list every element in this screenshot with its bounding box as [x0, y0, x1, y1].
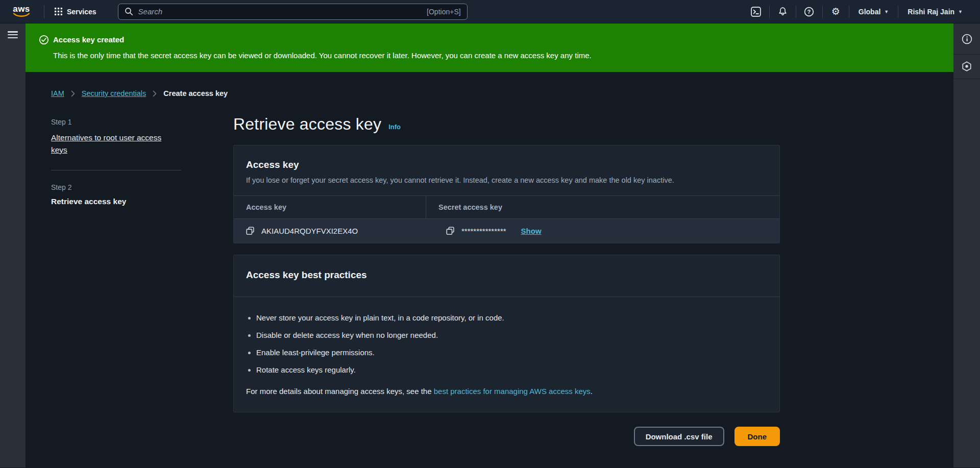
- app-shell: Access key created This is the only time…: [0, 23, 980, 467]
- steps-divider: [51, 170, 181, 170]
- copy-access-key-button[interactable]: [246, 227, 255, 235]
- access-key-card: Access key If you lose or forget your se…: [233, 145, 780, 243]
- user-name: Rishi Raj Jain: [908, 8, 954, 16]
- step2-label: Step 2: [51, 183, 181, 191]
- right-rail: [953, 23, 980, 467]
- hamburger-icon: [8, 31, 18, 33]
- breadcrumb-iam-link[interactable]: IAM: [51, 89, 64, 97]
- account-menu[interactable]: Rishi Raj Jain ▼: [898, 0, 972, 23]
- best-practices-link[interactable]: best practices for managing AWS access k…: [434, 387, 591, 396]
- done-button[interactable]: Done: [734, 427, 780, 446]
- secret-key-masked: ***************: [461, 227, 506, 235]
- best-practice-item: Never store your access key in plain tex…: [256, 312, 779, 324]
- best-practice-item: Disable or delete access key when no lon…: [256, 330, 779, 341]
- search-shortcut-hint: [Option+S]: [427, 8, 461, 16]
- services-label: Services: [67, 8, 96, 16]
- step1-link[interactable]: Alternatives to root user access keys: [51, 132, 167, 156]
- notifications-button[interactable]: [770, 0, 796, 23]
- best-practices-footer: For more details about managing access k…: [234, 382, 779, 412]
- access-key-value: AKIAUD4RQDYFVXI2EX4O: [261, 227, 358, 235]
- chevron-down-icon: ▼: [884, 9, 889, 14]
- steps-sidebar: Step 1 Alternatives to root user access …: [51, 118, 181, 446]
- chevron-down-icon: ▼: [958, 9, 963, 14]
- help-button[interactable]: ?: [796, 0, 822, 23]
- best-practices-card: Access key best practices Never store yo…: [233, 255, 780, 412]
- chevron-right-icon: [71, 90, 75, 97]
- copy-secret-key-button[interactable]: [446, 227, 455, 235]
- question-circle-icon: ?: [804, 7, 814, 17]
- region-selector[interactable]: Global ▼: [849, 0, 898, 23]
- left-rail: [0, 23, 26, 467]
- best-practices-list: Never store your access key in plain tex…: [234, 312, 779, 376]
- access-key-card-title: Access key: [246, 159, 767, 170]
- aws-logo-text: aws: [13, 6, 30, 13]
- breadcrumb-current: Create access key: [163, 89, 228, 97]
- gear-icon: ⚙: [831, 7, 840, 16]
- chevron-right-icon: [153, 90, 157, 97]
- access-key-table-header: Access key Secret access key: [234, 195, 779, 218]
- hexagon-q-icon: [962, 61, 972, 72]
- card-divider: Never store your access key in plain tex…: [234, 297, 779, 412]
- global-search[interactable]: [Option+S]: [118, 4, 468, 20]
- center-area: Access key created This is the only time…: [26, 23, 953, 467]
- hamburger-menu-button[interactable]: [8, 31, 18, 40]
- banner-title: Access key created: [53, 34, 592, 45]
- search-input[interactable]: [138, 7, 422, 16]
- breadcrumb: IAM Security credentials Create access k…: [51, 89, 953, 97]
- hexagon-panel-button[interactable]: [953, 55, 980, 79]
- svg-text:?: ?: [807, 9, 811, 15]
- success-banner: Access key created This is the only time…: [26, 23, 953, 72]
- search-icon: [125, 7, 133, 16]
- best-practices-title: Access key best practices: [246, 269, 767, 281]
- top-navigation-bar: aws Services [Option+S]: [0, 0, 980, 23]
- grid-icon: [55, 8, 62, 15]
- cloudshell-icon: [751, 7, 761, 17]
- page-content: IAM Security credentials Create access k…: [26, 72, 953, 467]
- info-link[interactable]: Info: [388, 123, 401, 131]
- settings-button[interactable]: ⚙: [823, 0, 849, 23]
- step1-label: Step 1: [51, 118, 181, 126]
- topbar-divider: [44, 5, 44, 18]
- main-column: Retrieve access key Info Access key If y…: [233, 118, 780, 446]
- access-key-card-description: If you lose or forget your secret access…: [246, 176, 767, 184]
- step2-current: Retrieve access key: [51, 197, 181, 206]
- page-title: Retrieve access key: [233, 114, 381, 134]
- best-practice-item: Rotate access keys regularly.: [256, 364, 779, 376]
- download-csv-button[interactable]: Download .csv file: [634, 427, 724, 446]
- column-header-secret-access-key: Secret access key: [426, 196, 779, 218]
- banner-message: This is the only time that the secret ac…: [53, 50, 592, 61]
- services-menu-button[interactable]: Services: [47, 0, 104, 23]
- access-key-table-row: AKIAUD4RQDYFVXI2EX4O *************** Sho…: [234, 218, 779, 243]
- topbar-right-controls: ? ⚙ Global ▼ Rishi Raj Jain ▼: [743, 0, 972, 23]
- check-circle-icon: [39, 35, 49, 72]
- region-label: Global: [859, 8, 881, 16]
- bell-icon: [778, 7, 788, 16]
- cloudshell-button[interactable]: [743, 0, 769, 23]
- best-practice-item: Enable least-privilege permissions.: [256, 347, 779, 358]
- aws-logo[interactable]: aws: [12, 6, 31, 17]
- info-circle-icon: [962, 34, 972, 44]
- aws-smile-icon: [12, 13, 31, 17]
- breadcrumb-security-credentials-link[interactable]: Security credentials: [82, 89, 146, 97]
- info-panel-button[interactable]: [953, 23, 980, 55]
- action-buttons: Download .csv file Done: [233, 427, 780, 446]
- column-header-access-key: Access key: [234, 196, 426, 218]
- show-secret-link[interactable]: Show: [521, 227, 542, 235]
